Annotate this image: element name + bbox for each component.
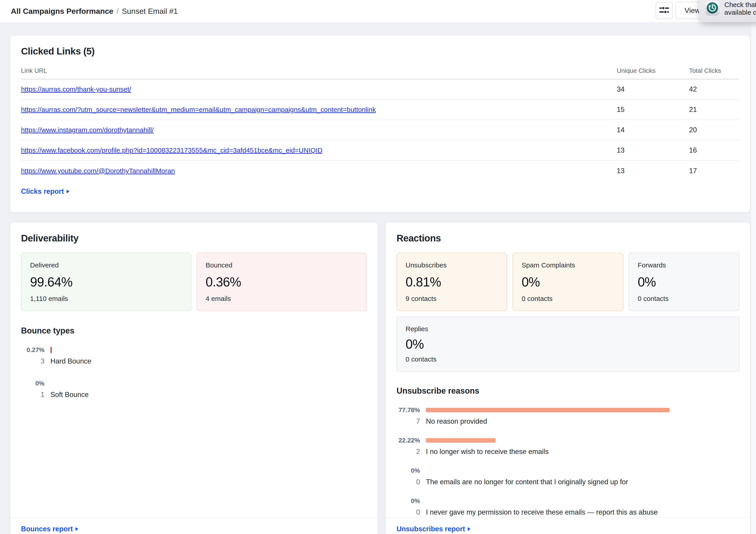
replies-sub: 0 contacts — [406, 356, 730, 363]
unsubscribes-sub: 9 contacts — [406, 295, 498, 303]
spam-complaints-stat-box: Spam Complaints 0% 0 contacts — [513, 253, 623, 311]
column-header-total-clicks: Total Clicks — [689, 67, 739, 74]
deliverability-card: Deliverability Delivered 99.64% 1,110 em… — [10, 222, 378, 534]
link-url[interactable]: https://aurras.com/thank-you-sunset/ — [21, 86, 131, 93]
bounce-label: Soft Bounce — [50, 391, 89, 399]
reason-count: 0 — [396, 478, 420, 486]
link-url[interactable]: https://www.facebook.com/profile.php?id=… — [21, 147, 322, 154]
time-machine-icon — [705, 1, 720, 16]
unsubscribes-report-label: Unsubscribes report — [396, 525, 465, 533]
unsubscribe-reasons-list: 77.78% 7 No reason provided 22.22% 2 I n… — [396, 407, 739, 534]
table-row: https://aurras.com/?utm_source=newslette… — [21, 100, 739, 120]
total-clicks-value: 21 — [689, 106, 739, 114]
notification-text: No Backup Check that available or — [724, 0, 756, 22]
scrollbar-track[interactable] — [751, 23, 756, 534]
reason-bar — [426, 408, 670, 413]
sliders-icon — [659, 5, 669, 16]
reason-percent: 0% — [396, 497, 420, 505]
unsubscribes-stat-box: Unsubscribes 0.81% 9 contacts — [396, 253, 507, 311]
bounce-type-item: 0% 1 Soft Bounce — [21, 380, 367, 399]
unique-clicks-value: 15 — [617, 106, 689, 114]
column-header-unique-clicks: Unique Clicks — [617, 67, 689, 74]
reason-count: 7 — [396, 417, 420, 425]
bounce-count: 1 — [21, 391, 44, 399]
breadcrumb-all-campaigns[interactable]: All Campaigns Performance — [11, 7, 113, 15]
reason-label: I never gave my permission to receive th… — [426, 508, 658, 516]
table-row: https://www.facebook.com/profile.php?id=… — [21, 140, 739, 161]
bounce-percent: 0.27% — [21, 346, 44, 354]
reason-label: The emails are no longer for content tha… — [426, 478, 628, 486]
delivered-value: 99.64% — [30, 275, 182, 289]
bounced-label: Bounced — [206, 261, 358, 269]
column-header-link-url: Link URL — [21, 67, 617, 74]
unique-clicks-value: 14 — [617, 126, 689, 134]
bounces-report-label: Bounces report — [21, 525, 73, 533]
bounced-value: 0.36% — [206, 275, 358, 289]
unique-clicks-value: 34 — [617, 85, 689, 93]
delivered-sub: 1,110 emails — [30, 295, 182, 303]
reason-count: 0 — [396, 508, 420, 516]
macos-notification[interactable]: No Backup Check that available or — [699, 0, 756, 22]
replies-label: Replies — [406, 325, 730, 333]
reactions-title: Reactions — [396, 233, 739, 244]
bounces-report-link[interactable]: Bounces report — [21, 525, 78, 533]
topbar: All Campaigns Performance / Sunset Email… — [0, 0, 756, 23]
bounced-sub: 4 emails — [206, 295, 358, 303]
unsubscribes-report-link[interactable]: Unsubscribes report — [396, 525, 471, 533]
spam-complaints-value: 0% — [522, 275, 614, 289]
breadcrumb: All Campaigns Performance / Sunset Email… — [11, 0, 178, 22]
table-row: https://www.youtube.com/@DorothyTannahil… — [21, 161, 739, 181]
unsubscribes-label: Unsubscribes — [406, 261, 498, 269]
bounce-count: 3 — [21, 357, 44, 365]
clicks-report-link[interactable]: Clicks report — [21, 187, 69, 196]
bounce-bar — [50, 347, 52, 353]
reason-label: I no longer wish to receive these emails — [426, 448, 549, 456]
bounce-type-item: 0.27% 3 Hard Bounce — [21, 346, 367, 365]
table-row: https://www.instagram.com/dorothytannahi… — [21, 120, 739, 140]
unsubscribe-reason-item: 0% 0 I never gave my permission to recei… — [396, 497, 739, 516]
chevron-right-icon — [67, 190, 69, 193]
clicked-links-title: Clicked Links (5) — [21, 46, 739, 57]
report-settings-button[interactable] — [656, 2, 673, 19]
unsubscribe-reason-item: 77.78% 7 No reason provided — [396, 407, 739, 425]
deliverability-card-footer: Bounces report — [10, 518, 378, 533]
bounce-percent: 0% — [21, 380, 44, 387]
clicked-links-card: Clicked Links (5) Link URL Unique Clicks… — [10, 35, 751, 213]
replies-stat-box: Replies 0% 0 contacts — [396, 316, 739, 372]
link-url[interactable]: https://www.youtube.com/@DorothyTannahil… — [21, 167, 175, 174]
bounce-types-list: 0.27% 3 Hard Bounce 0% 1 Soft Bounce — [21, 346, 367, 399]
link-url[interactable]: https://aurras.com/?utm_source=newslette… — [21, 106, 376, 113]
unsubscribes-value: 0.81% — [406, 275, 498, 289]
reactions-card-footer: Unsubscribes report — [386, 518, 750, 533]
forwards-value: 0% — [638, 275, 730, 289]
reason-percent: 22.22% — [396, 437, 420, 444]
reason-percent: 0% — [396, 467, 420, 474]
total-clicks-value: 16 — [689, 146, 739, 154]
reason-count: 2 — [396, 448, 420, 456]
bounced-stat-box: Bounced 0.36% 4 emails — [197, 253, 367, 311]
spam-complaints-label: Spam Complaints — [522, 261, 614, 269]
delivered-stat-box: Delivered 99.64% 1,110 emails — [21, 253, 191, 311]
bounce-types-heading: Bounce types — [21, 326, 367, 335]
forwards-label: Forwards — [638, 261, 730, 269]
total-clicks-value: 17 — [689, 167, 739, 175]
reactions-card: Reactions Unsubscribes 0.81% 9 contacts … — [385, 222, 751, 534]
breadcrumb-campaign-name: Sunset Email #1 — [122, 7, 178, 15]
link-url[interactable]: https://www.instagram.com/dorothytannahi… — [21, 126, 154, 134]
deliverability-stats: Delivered 99.64% 1,110 emails Bounced 0.… — [21, 253, 367, 311]
clicked-links-table-header: Link URL Unique Clicks Total Clicks — [21, 67, 739, 79]
forwards-sub: 0 contacts — [638, 295, 730, 303]
notification-body-line-2: available or — [724, 9, 756, 16]
bounce-label: Hard Bounce — [50, 357, 91, 365]
total-clicks-value: 42 — [689, 85, 739, 93]
reason-label: No reason provided — [426, 417, 487, 425]
unsubscribe-reason-item: 22.22% 2 I no longer wish to receive the… — [396, 437, 739, 456]
breadcrumb-separator: / — [117, 7, 119, 15]
unsubscribe-reasons-heading: Unsubscribe reasons — [396, 386, 739, 396]
table-row: https://aurras.com/thank-you-sunset/ 34 … — [21, 79, 739, 100]
unique-clicks-value: 13 — [617, 167, 689, 175]
chevron-right-icon — [75, 527, 78, 531]
spam-complaints-sub: 0 contacts — [522, 295, 614, 303]
chevron-right-icon — [468, 527, 471, 531]
delivered-label: Delivered — [30, 261, 182, 269]
